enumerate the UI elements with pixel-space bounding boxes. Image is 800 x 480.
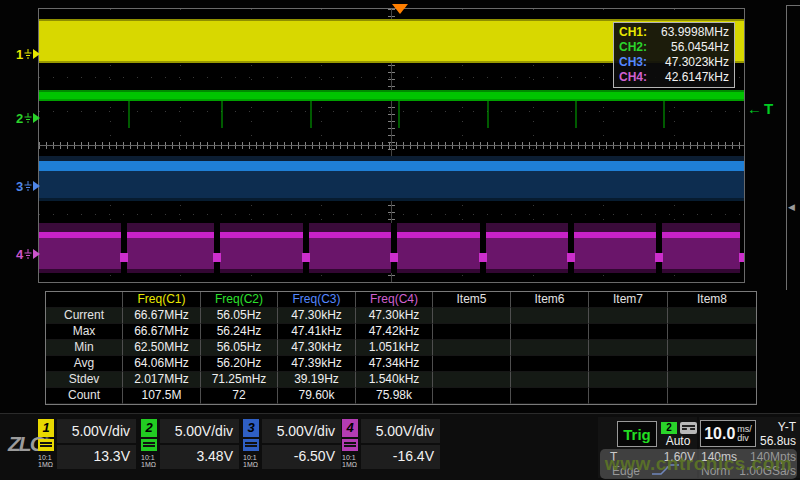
table-cell	[668, 372, 756, 388]
table-col-header: Item7	[589, 292, 668, 308]
table-col-header: Freq(C4)	[356, 292, 433, 308]
marker-arrow-icon	[33, 49, 40, 59]
table-cell: 1.540kHz	[356, 372, 433, 388]
trig-button[interactable]: Trig	[617, 421, 657, 447]
table-cell	[668, 340, 756, 356]
table-row-label: Max	[46, 324, 123, 340]
ch4-gap-pulse	[120, 253, 128, 262]
table-cell	[589, 308, 668, 324]
table-cell	[511, 324, 589, 340]
trigger-level-marker[interactable]: ←T	[747, 100, 775, 117]
ch2-freq-label: CH2:	[619, 40, 647, 55]
table-cell: 72	[201, 388, 278, 404]
probe-settings: 10:11MΩ	[38, 454, 55, 468]
display-mode-label: Y-T	[754, 420, 796, 434]
timebase-setting[interactable]: 10.0 ms/div	[700, 420, 756, 447]
table-cell	[433, 308, 511, 324]
measure-table: Freq(C1)Freq(C2)Freq(C3)Freq(C4)Item5Ite…	[45, 291, 757, 405]
frequency-readout-overlay: CH1:63.9998MHz CH2:56.0454Hz CH3:47.3023…	[613, 22, 735, 88]
timebase-value: 10.0	[704, 425, 735, 443]
timebase-unit: ms/div	[737, 425, 752, 443]
table-cell: 56.20Hz	[201, 356, 278, 372]
table-cell: 47.30kHz	[278, 340, 356, 356]
table-cell: 47.41kHz	[278, 324, 356, 340]
channel3-controls[interactable]: 310:11MΩ5.00V/div-6.50V	[243, 419, 341, 472]
table-row-label: Stdev	[46, 372, 123, 388]
probe-settings: 10:11MΩ	[342, 454, 359, 468]
table-cell: 47.30kHz	[356, 308, 433, 324]
probe-settings: 10:11MΩ	[243, 454, 260, 468]
ch3-freq-label: CH3:	[619, 55, 647, 70]
volts-per-div[interactable]: 5.00V/div	[262, 419, 341, 445]
trigger-mode[interactable]: Auto	[658, 434, 698, 448]
marker-arrow-icon	[33, 113, 40, 123]
table-col-header: Item5	[433, 292, 511, 308]
table-cell	[589, 340, 668, 356]
table-cell: 1.051kHz	[356, 340, 433, 356]
channel2-controls[interactable]: 210:11MΩ5.00V/div3.48V	[141, 419, 239, 472]
ground-icon	[24, 49, 32, 59]
ch1-marker-number: 1	[16, 47, 23, 62]
table-col-header: Freq(C2)	[201, 292, 278, 308]
table-cell	[668, 308, 756, 324]
ch1-offset-marker[interactable]: 1	[16, 47, 40, 61]
channel-offset-value[interactable]: 3.48V	[160, 445, 239, 468]
table-cell	[511, 356, 589, 372]
channel-offset-value[interactable]: 13.3V	[57, 445, 136, 468]
trigger-position-marker[interactable]	[392, 4, 408, 14]
ch4-burst-gap	[568, 223, 574, 273]
table-row-label: Min	[46, 340, 123, 356]
horizontal-delay: 56.8us	[754, 434, 796, 448]
table-cell: 71.25mHz	[201, 372, 278, 388]
table-cell	[668, 324, 756, 340]
channel-badge[interactable]: 4	[342, 419, 358, 437]
ch1-freq-value: 63.9998MHz	[661, 25, 729, 40]
ch3-offset-marker[interactable]: 3	[16, 179, 40, 193]
channel-offset-value[interactable]: -6.50V	[262, 445, 341, 468]
left-arrow-icon: ←	[747, 100, 764, 117]
channel-badge[interactable]: 1	[38, 419, 54, 437]
dc-coupling-icon	[243, 439, 259, 451]
ch4-gap-pulse	[479, 253, 487, 262]
channel1-controls[interactable]: 110:11MΩ5.00V/div13.3V	[38, 419, 136, 472]
collapse-left-icon: ◀	[788, 202, 795, 212]
table-cell	[433, 324, 511, 340]
ch2-marker-number: 2	[16, 111, 23, 126]
table-cell: 56.05Hz	[201, 308, 278, 324]
ch4-gap-pulse	[655, 253, 663, 262]
trigger-source-badge[interactable]: 2	[661, 422, 677, 434]
channel4-controls[interactable]: 410:11MΩ5.00V/div-16.4V	[342, 419, 440, 472]
ch2-offset-marker[interactable]: 2	[16, 111, 40, 125]
channel-badge[interactable]: 2	[141, 419, 157, 437]
ground-icon	[24, 113, 32, 123]
table-col-header: Item6	[511, 292, 589, 308]
table-cell	[511, 372, 589, 388]
table-cell	[511, 340, 589, 356]
ch2-spike	[575, 101, 577, 128]
table-cell: 56.24Hz	[201, 324, 278, 340]
table-cell: 62.50MHz	[123, 340, 201, 356]
ch4-gap-pulse	[302, 253, 310, 262]
volts-per-div[interactable]: 5.00V/div	[57, 419, 136, 445]
ground-icon	[24, 181, 32, 191]
dc-coupling-icon	[342, 439, 358, 451]
volts-per-div[interactable]: 5.00V/div	[361, 419, 440, 445]
ch4-offset-marker[interactable]: 4	[16, 247, 40, 261]
table-col-header: Item8	[668, 292, 756, 308]
ch4-burst-gap	[214, 223, 220, 273]
channel-offset-value[interactable]: -16.4V	[361, 445, 440, 468]
table-cell: 47.34kHz	[356, 356, 433, 372]
table-cell	[511, 388, 589, 404]
channel-badge[interactable]: 3	[243, 419, 259, 437]
ch3-marker-number: 3	[16, 179, 23, 194]
ch3-waveform	[39, 156, 744, 201]
side-menu-handle[interactable]: ◀	[786, 5, 800, 290]
table-cell	[433, 388, 511, 404]
ch4-gap-pulse	[213, 253, 221, 262]
display-mode[interactable]: Y-T 56.8us	[754, 420, 796, 448]
table-col-header: Freq(C3)	[278, 292, 356, 308]
table-cell: 107.5M	[123, 388, 201, 404]
table-row-label: Count	[46, 388, 123, 404]
trigger-coupling-icon[interactable]	[680, 422, 697, 434]
volts-per-div[interactable]: 5.00V/div	[160, 419, 239, 445]
